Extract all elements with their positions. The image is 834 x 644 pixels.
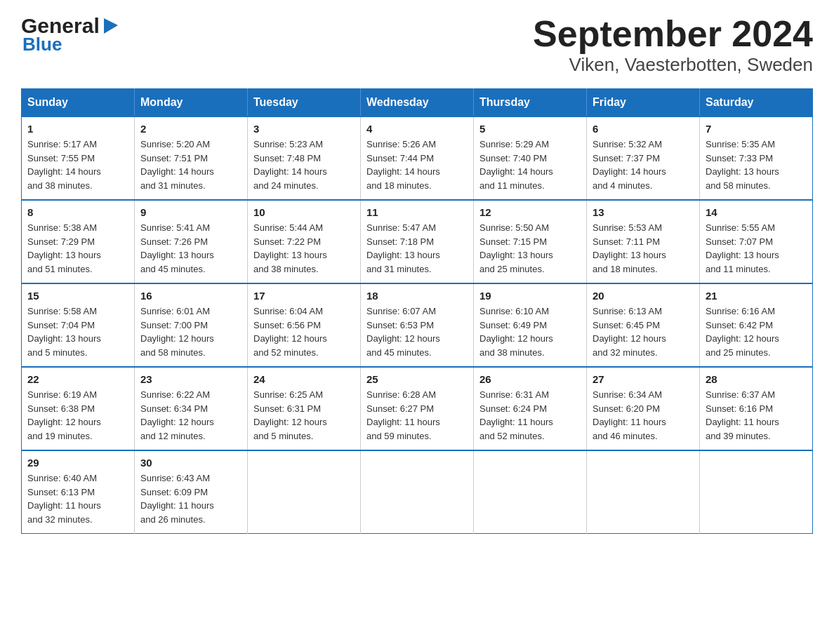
day-number: 11 bbox=[366, 206, 468, 218]
day-number: 4 bbox=[366, 123, 468, 135]
calendar-cell: 23Sunrise: 6:22 AMSunset: 6:34 PMDayligh… bbox=[135, 367, 248, 450]
calendar-cell: 20Sunrise: 6:13 AMSunset: 6:45 PMDayligh… bbox=[587, 283, 700, 367]
day-number: 3 bbox=[253, 123, 355, 135]
calendar-cell: 28Sunrise: 6:37 AMSunset: 6:16 PMDayligh… bbox=[700, 367, 813, 450]
header-sunday: Sunday bbox=[22, 89, 135, 117]
day-info: Sunrise: 5:17 AMSunset: 7:55 PMDaylight:… bbox=[27, 137, 128, 192]
day-number: 8 bbox=[27, 206, 128, 218]
day-number: 27 bbox=[593, 373, 694, 385]
header-monday: Monday bbox=[135, 89, 248, 117]
calendar-cell: 15Sunrise: 5:58 AMSunset: 7:04 PMDayligh… bbox=[22, 283, 135, 367]
day-info: Sunrise: 5:41 AMSunset: 7:26 PMDaylight:… bbox=[140, 221, 241, 276]
day-info: Sunrise: 6:31 AMSunset: 6:24 PMDaylight:… bbox=[479, 388, 581, 443]
day-number: 13 bbox=[593, 206, 694, 218]
calendar-cell: 24Sunrise: 6:25 AMSunset: 6:31 PMDayligh… bbox=[248, 367, 361, 450]
header-friday: Friday bbox=[587, 89, 700, 117]
day-info: Sunrise: 5:58 AMSunset: 7:04 PMDaylight:… bbox=[27, 304, 128, 359]
day-number: 5 bbox=[479, 123, 581, 135]
day-info: Sunrise: 6:37 AMSunset: 6:16 PMDaylight:… bbox=[706, 388, 807, 443]
day-info: Sunrise: 5:44 AMSunset: 7:22 PMDaylight:… bbox=[253, 221, 355, 276]
day-info: Sunrise: 6:28 AMSunset: 6:27 PMDaylight:… bbox=[366, 388, 468, 443]
calendar-week-row: 22Sunrise: 6:19 AMSunset: 6:38 PMDayligh… bbox=[22, 367, 813, 450]
day-number: 2 bbox=[140, 123, 241, 135]
day-info: Sunrise: 5:23 AMSunset: 7:48 PMDaylight:… bbox=[253, 137, 355, 192]
calendar-cell bbox=[474, 450, 587, 534]
calendar-cell: 3Sunrise: 5:23 AMSunset: 7:48 PMDaylight… bbox=[248, 116, 361, 200]
day-number: 18 bbox=[366, 290, 468, 302]
day-number: 1 bbox=[27, 123, 128, 135]
day-number: 10 bbox=[253, 206, 355, 218]
day-number: 29 bbox=[27, 457, 128, 469]
calendar-cell bbox=[248, 450, 361, 534]
day-number: 7 bbox=[706, 123, 807, 135]
day-number: 19 bbox=[479, 290, 581, 302]
day-info: Sunrise: 5:47 AMSunset: 7:18 PMDaylight:… bbox=[366, 221, 468, 276]
calendar-cell bbox=[587, 450, 700, 534]
calendar-cell: 30Sunrise: 6:43 AMSunset: 6:09 PMDayligh… bbox=[135, 450, 248, 534]
day-number: 16 bbox=[140, 290, 241, 302]
header-wednesday: Wednesday bbox=[361, 89, 474, 117]
day-info: Sunrise: 5:26 AMSunset: 7:44 PMDaylight:… bbox=[366, 137, 468, 192]
calendar-cell: 7Sunrise: 5:35 AMSunset: 7:33 PMDaylight… bbox=[700, 116, 813, 200]
day-number: 14 bbox=[706, 206, 807, 218]
calendar-cell: 25Sunrise: 6:28 AMSunset: 6:27 PMDayligh… bbox=[361, 367, 474, 450]
calendar-cell: 4Sunrise: 5:26 AMSunset: 7:44 PMDaylight… bbox=[361, 116, 474, 200]
calendar-cell: 19Sunrise: 6:10 AMSunset: 6:49 PMDayligh… bbox=[474, 283, 587, 367]
calendar-cell: 17Sunrise: 6:04 AMSunset: 6:56 PMDayligh… bbox=[248, 283, 361, 367]
day-info: Sunrise: 6:16 AMSunset: 6:42 PMDaylight:… bbox=[706, 304, 807, 359]
header-tuesday: Tuesday bbox=[248, 89, 361, 117]
calendar-cell: 21Sunrise: 6:16 AMSunset: 6:42 PMDayligh… bbox=[700, 283, 813, 367]
day-number: 24 bbox=[253, 373, 355, 385]
day-number: 25 bbox=[366, 373, 468, 385]
calendar-cell: 16Sunrise: 6:01 AMSunset: 7:00 PMDayligh… bbox=[135, 283, 248, 367]
calendar-week-row: 8Sunrise: 5:38 AMSunset: 7:29 PMDaylight… bbox=[22, 200, 813, 283]
calendar-cell: 12Sunrise: 5:50 AMSunset: 7:15 PMDayligh… bbox=[474, 200, 587, 283]
day-info: Sunrise: 6:34 AMSunset: 6:20 PMDaylight:… bbox=[593, 388, 694, 443]
calendar-cell: 11Sunrise: 5:47 AMSunset: 7:18 PMDayligh… bbox=[361, 200, 474, 283]
day-info: Sunrise: 6:43 AMSunset: 6:09 PMDaylight:… bbox=[140, 471, 241, 526]
day-info: Sunrise: 5:29 AMSunset: 7:40 PMDaylight:… bbox=[479, 137, 581, 192]
calendar-cell: 29Sunrise: 6:40 AMSunset: 6:13 PMDayligh… bbox=[22, 450, 135, 534]
day-number: 6 bbox=[593, 123, 694, 135]
day-info: Sunrise: 5:32 AMSunset: 7:37 PMDaylight:… bbox=[593, 137, 694, 192]
day-number: 17 bbox=[253, 290, 355, 302]
day-info: Sunrise: 5:53 AMSunset: 7:11 PMDaylight:… bbox=[593, 221, 694, 276]
calendar-header-row: Sunday Monday Tuesday Wednesday Thursday… bbox=[22, 89, 813, 117]
day-info: Sunrise: 6:22 AMSunset: 6:34 PMDaylight:… bbox=[140, 388, 241, 443]
day-info: Sunrise: 5:35 AMSunset: 7:33 PMDaylight:… bbox=[706, 137, 807, 192]
day-info: Sunrise: 6:25 AMSunset: 6:31 PMDaylight:… bbox=[253, 388, 355, 443]
calendar-week-row: 29Sunrise: 6:40 AMSunset: 6:13 PMDayligh… bbox=[22, 450, 813, 534]
day-info: Sunrise: 5:55 AMSunset: 7:07 PMDaylight:… bbox=[706, 221, 807, 276]
page-header: General Blue September 2024 Viken, Vaest… bbox=[21, 14, 813, 76]
day-info: Sunrise: 6:19 AMSunset: 6:38 PMDaylight:… bbox=[27, 388, 128, 443]
calendar-cell: 14Sunrise: 5:55 AMSunset: 7:07 PMDayligh… bbox=[700, 200, 813, 283]
day-number: 15 bbox=[27, 290, 128, 302]
calendar-cell: 10Sunrise: 5:44 AMSunset: 7:22 PMDayligh… bbox=[248, 200, 361, 283]
day-number: 26 bbox=[479, 373, 581, 385]
calendar-cell: 9Sunrise: 5:41 AMSunset: 7:26 PMDaylight… bbox=[135, 200, 248, 283]
day-info: Sunrise: 6:07 AMSunset: 6:53 PMDaylight:… bbox=[366, 304, 468, 359]
calendar-cell bbox=[361, 450, 474, 534]
day-info: Sunrise: 6:40 AMSunset: 6:13 PMDaylight:… bbox=[27, 471, 128, 526]
calendar-cell: 27Sunrise: 6:34 AMSunset: 6:20 PMDayligh… bbox=[587, 367, 700, 450]
day-info: Sunrise: 5:38 AMSunset: 7:29 PMDaylight:… bbox=[27, 221, 128, 276]
calendar-cell: 8Sunrise: 5:38 AMSunset: 7:29 PMDaylight… bbox=[22, 200, 135, 283]
title-block: September 2024 Viken, Vaesterbotten, Swe… bbox=[533, 14, 813, 76]
day-info: Sunrise: 6:01 AMSunset: 7:00 PMDaylight:… bbox=[140, 304, 241, 359]
day-number: 20 bbox=[593, 290, 694, 302]
day-info: Sunrise: 5:50 AMSunset: 7:15 PMDaylight:… bbox=[479, 221, 581, 276]
logo: General Blue bbox=[21, 14, 121, 55]
calendar-week-row: 15Sunrise: 5:58 AMSunset: 7:04 PMDayligh… bbox=[22, 283, 813, 367]
svg-marker-0 bbox=[104, 18, 118, 34]
calendar-cell: 26Sunrise: 6:31 AMSunset: 6:24 PMDayligh… bbox=[474, 367, 587, 450]
calendar-week-row: 1Sunrise: 5:17 AMSunset: 7:55 PMDaylight… bbox=[22, 116, 813, 200]
day-number: 30 bbox=[140, 457, 241, 469]
day-info: Sunrise: 6:04 AMSunset: 6:56 PMDaylight:… bbox=[253, 304, 355, 359]
calendar-cell: 6Sunrise: 5:32 AMSunset: 7:37 PMDaylight… bbox=[587, 116, 700, 200]
calendar-cell bbox=[700, 450, 813, 534]
day-info: Sunrise: 5:20 AMSunset: 7:51 PMDaylight:… bbox=[140, 137, 241, 192]
calendar-cell: 22Sunrise: 6:19 AMSunset: 6:38 PMDayligh… bbox=[22, 367, 135, 450]
day-number: 28 bbox=[706, 373, 807, 385]
calendar-cell: 18Sunrise: 6:07 AMSunset: 6:53 PMDayligh… bbox=[361, 283, 474, 367]
day-number: 23 bbox=[140, 373, 241, 385]
